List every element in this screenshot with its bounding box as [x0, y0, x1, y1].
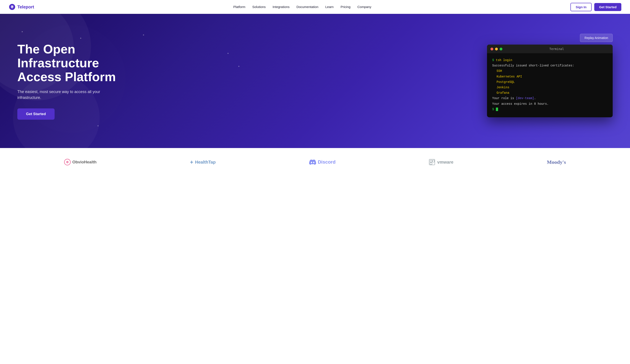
- terminal-service-k8s: Kubernetes API: [496, 74, 608, 79]
- terminal-command: tsh login: [496, 58, 512, 62]
- hero-content: The Open Infrastructure Access Platform …: [17, 42, 121, 119]
- terminal-line1: Successfully issued short-lived certific…: [492, 63, 608, 68]
- hero-terminal-area: Replay Animation Terminal $ tsh login Su…: [487, 45, 613, 117]
- terminal-prompt-end-line: $: [492, 107, 608, 112]
- hero-title: The Open Infrastructure Access Platform: [17, 42, 121, 84]
- nav-company[interactable]: Company: [358, 5, 371, 9]
- nav-documentation[interactable]: Documentation: [296, 5, 318, 9]
- getstarted-hero-button[interactable]: Get Started: [17, 108, 54, 120]
- nav-platform[interactable]: Platform: [233, 5, 246, 9]
- terminal-titlebar: Terminal: [487, 45, 613, 53]
- logos-section: ObvioHealth + HealthTap Discord vmware M…: [0, 148, 630, 176]
- terminal-command-line: $ tsh login: [492, 58, 608, 63]
- hero-section: The Open Infrastructure Access Platform …: [0, 14, 630, 148]
- hero-dot-3: [143, 34, 144, 35]
- discord-text: Discord: [318, 159, 336, 165]
- nav-pricing[interactable]: Pricing: [340, 5, 350, 9]
- getstarted-nav-button[interactable]: Get Started: [594, 3, 621, 11]
- terminal-service-ssh: SSH: [496, 68, 608, 74]
- obvio-icon: [64, 159, 71, 165]
- nav-learn[interactable]: Learn: [326, 5, 334, 9]
- terminal-dot-red: [490, 48, 493, 50]
- terminal-title: Terminal: [504, 47, 609, 51]
- obvio-icon-svg: [66, 161, 69, 164]
- logo-obviohealth: ObvioHealth: [64, 159, 96, 165]
- terminal-body: $ tsh login Successfully issued short-li…: [487, 53, 613, 117]
- terminal-service-pg: PostgreSQL: [496, 79, 608, 85]
- hero-dot-1: [22, 31, 23, 32]
- logo-text: Teleport: [17, 4, 34, 9]
- terminal-role: [dev-team]: [516, 97, 534, 100]
- terminal-prompt-2: $: [492, 108, 496, 111]
- hero-dot-5: [238, 66, 240, 67]
- terminal-dot-yellow: [495, 48, 498, 50]
- svg-rect-5: [432, 160, 434, 162]
- logo-moodys: Moody's: [547, 159, 566, 165]
- terminal-line-expiry: Your access expires in 8 hours.: [492, 101, 608, 107]
- discord-icon: [309, 160, 316, 165]
- svg-rect-4: [430, 160, 432, 162]
- nav-solutions[interactable]: Solutions: [252, 5, 266, 9]
- hero-dot-6: [98, 125, 98, 126]
- terminal-service-grafana: Grafana: [496, 90, 608, 96]
- vmware-text: vmware: [437, 160, 454, 165]
- svg-rect-6: [430, 163, 432, 165]
- signin-button[interactable]: Sign In: [570, 3, 592, 11]
- logo-healthtap: + HealthTap: [190, 159, 216, 165]
- obviohealth-text: ObvioHealth: [72, 160, 96, 165]
- healthtap-text: HealthTap: [195, 160, 216, 165]
- teleport-logo-icon: [9, 3, 16, 10]
- moodys-text: Moody's: [547, 159, 566, 165]
- terminal-prompt-1: $: [492, 58, 496, 62]
- nav-integrations[interactable]: Integrations: [272, 5, 290, 9]
- hero-subtitle: The easiest, most secure way to access a…: [17, 89, 121, 101]
- terminal-service-jenkins: Jenkins: [496, 85, 608, 90]
- nav-links: Platform Solutions Integrations Document…: [233, 5, 371, 9]
- healthtap-plus: +: [190, 159, 193, 165]
- logo-link[interactable]: Teleport: [9, 3, 34, 10]
- hero-dot-2: [80, 38, 81, 39]
- logo-vmware: vmware: [429, 159, 454, 165]
- vmware-icon: [429, 159, 436, 165]
- navbar: Teleport Platform Solutions Integrations…: [0, 0, 630, 14]
- terminal-line-role: Your role is [dev-team].: [492, 96, 608, 101]
- hero-dot-4: [228, 53, 228, 54]
- terminal-window: Terminal $ tsh login Successfully issued…: [487, 45, 613, 117]
- terminal-cursor: [496, 108, 498, 111]
- logo-discord: Discord: [309, 159, 336, 165]
- replay-animation-button[interactable]: Replay Animation: [580, 34, 613, 42]
- terminal-dot-green: [500, 48, 502, 50]
- nav-actions: Sign In Get Started: [570, 3, 621, 11]
